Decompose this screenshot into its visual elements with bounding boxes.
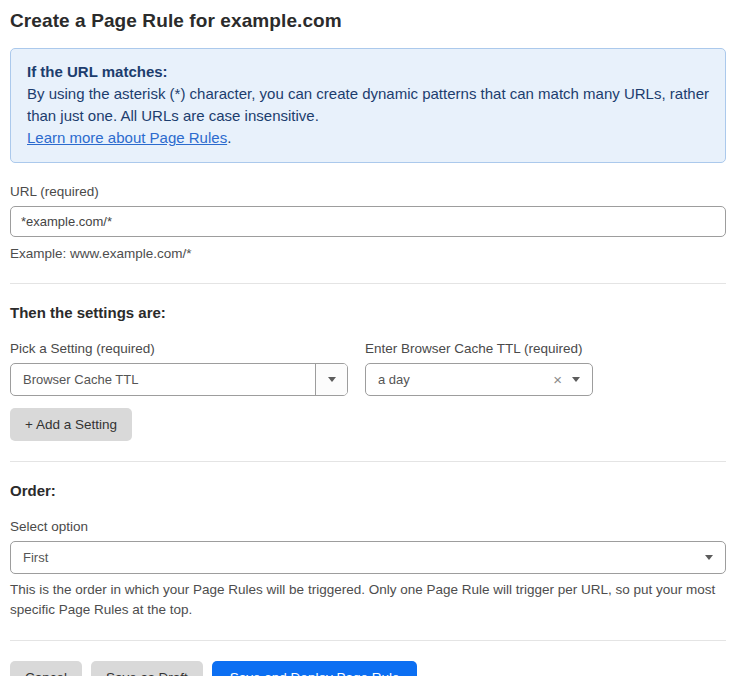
divider (10, 283, 726, 284)
info-box-body: By using the asterisk (*) character, you… (27, 83, 709, 127)
ttl-picker-column: Enter Browser Cache TTL (required) a day… (365, 341, 593, 396)
order-help-text: This is the order in which your Page Rul… (10, 580, 726, 620)
order-select-label: Select option (10, 519, 726, 534)
save-as-draft-button[interactable]: Save as Draft (91, 661, 203, 676)
page-title: Create a Page Rule for example.com (10, 10, 726, 32)
clear-icon[interactable]: × (549, 372, 572, 387)
ttl-select[interactable]: a day × (365, 363, 593, 396)
save-and-deploy-button[interactable]: Save and Deploy Page Rule (212, 661, 418, 676)
ttl-select-value: a day (366, 372, 549, 387)
divider (10, 461, 726, 462)
link-suffix: . (227, 129, 231, 146)
setting-select[interactable]: Browser Cache TTL (10, 363, 348, 396)
page-rule-form: Create a Page Rule for example.com If th… (0, 0, 736, 676)
ttl-picker-label: Enter Browser Cache TTL (required) (365, 341, 593, 356)
chevron-down-icon[interactable] (315, 364, 347, 395)
url-field-label: URL (required) (10, 184, 726, 199)
add-setting-button[interactable]: + Add a Setting (10, 408, 132, 441)
chevron-down-icon[interactable] (572, 377, 592, 382)
setting-picker-label: Pick a Setting (required) (10, 341, 348, 356)
chevron-down-icon[interactable] (705, 555, 725, 560)
url-match-info-box: If the URL matches: By using the asteris… (10, 48, 726, 163)
setting-picker-column: Pick a Setting (required) Browser Cache … (10, 341, 348, 396)
url-input[interactable] (10, 206, 726, 237)
info-box-heading: If the URL matches: (27, 61, 709, 83)
settings-section-heading: Then the settings are: (10, 304, 726, 321)
learn-more-link[interactable]: Learn more about Page Rules (27, 129, 227, 146)
order-section-heading: Order: (10, 482, 726, 499)
settings-row: Pick a Setting (required) Browser Cache … (10, 341, 726, 396)
info-box-link-line: Learn more about Page Rules. (27, 127, 709, 149)
order-select-value: First (11, 550, 705, 565)
order-select[interactable]: First (10, 541, 726, 574)
cancel-button[interactable]: Cancel (10, 661, 82, 676)
divider (10, 640, 726, 641)
setting-select-value: Browser Cache TTL (11, 372, 315, 387)
url-example-help: Example: www.example.com/* (10, 244, 726, 263)
footer-buttons: Cancel Save as Draft Save and Deploy Pag… (10, 661, 726, 676)
